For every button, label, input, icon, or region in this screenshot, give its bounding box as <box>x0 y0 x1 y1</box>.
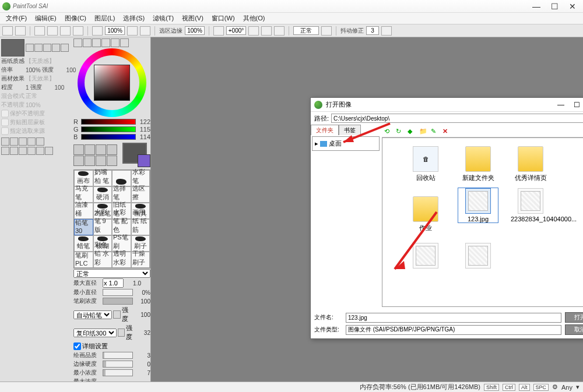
lb7[interactable] <box>10 147 18 155</box>
tb-rot-r-button[interactable] <box>248 26 259 36</box>
file-item-22382834_10404000...[interactable]: 22382834_10404000... <box>511 188 550 223</box>
lb11[interactable] <box>45 147 53 155</box>
paper2-select[interactable]: 复印纸300 <box>73 329 117 337</box>
mb5[interactable] <box>61 44 69 52</box>
file-item-img[interactable] <box>458 243 498 270</box>
effect-value[interactable]: 【无效果】 <box>26 75 55 83</box>
g-slider[interactable] <box>81 126 136 132</box>
minimize-button[interactable]: — <box>532 2 540 11</box>
lb1[interactable] <box>1 137 9 146</box>
brush-4-0[interactable]: 蜡笔 <box>74 235 93 252</box>
fg-bg-swatch[interactable] <box>122 143 147 164</box>
tool-8[interactable] <box>107 156 117 166</box>
mb1[interactable] <box>26 44 34 52</box>
tb-stab-button[interactable] <box>381 26 392 36</box>
mb4[interactable] <box>52 44 60 52</box>
dialog-maximize-button[interactable]: ☐ <box>574 101 580 109</box>
angle-input[interactable] <box>226 26 246 35</box>
brush-5-2[interactable]: 透明 水彩 <box>112 252 131 268</box>
forward-icon[interactable]: ↻ <box>396 128 404 136</box>
tb-zoom-fit-button[interactable] <box>140 26 150 36</box>
tb-sel4-button[interactable] <box>73 26 83 36</box>
mb3[interactable] <box>43 44 51 52</box>
file-item-回收站[interactable]: 🗑回收站 <box>406 146 445 182</box>
file-item-作业[interactable]: 作业 <box>406 196 445 232</box>
tool-2[interactable] <box>85 144 95 155</box>
file-item-新建文件夹[interactable]: 新建文件夹 <box>458 146 498 182</box>
lb6[interactable] <box>1 147 9 155</box>
dropdown-icon[interactable]: ▾ <box>576 383 580 391</box>
file-view[interactable]: 🗑回收站新建文件夹优秀详情页作业123.jpg22382834_10404000… <box>382 137 583 307</box>
zoom-input[interactable] <box>105 26 125 35</box>
tb-redo-button[interactable] <box>15 26 26 36</box>
tool-7[interactable] <box>96 156 106 166</box>
open-button[interactable]: 打开 <box>565 312 583 323</box>
tool-1[interactable] <box>73 144 84 155</box>
tool-6[interactable] <box>85 156 95 166</box>
dialog-minimize-button[interactable]: — <box>557 101 564 109</box>
lb2[interactable] <box>10 137 18 146</box>
tb-sel3-button[interactable] <box>60 26 71 36</box>
b-slider[interactable] <box>81 134 136 140</box>
stab-input[interactable] <box>366 26 379 35</box>
tool-4[interactable] <box>107 144 117 155</box>
folder-icon[interactable]: 📁 <box>419 128 427 136</box>
tool-5[interactable] <box>73 156 84 166</box>
maxdia-inp[interactable] <box>103 278 124 288</box>
tb-flip-button[interactable] <box>274 26 285 36</box>
tb-sel2-button[interactable] <box>47 26 58 36</box>
tb-sel1-button[interactable] <box>34 26 45 36</box>
brush-2-0[interactable]: 油漆桶 <box>74 203 93 219</box>
paper-value[interactable]: 【无质感】 <box>26 57 55 65</box>
brush-3-0[interactable]: 铅笔30 <box>74 219 93 235</box>
mb2[interactable] <box>34 44 43 52</box>
menu-file[interactable]: 文件(F) <box>2 13 30 24</box>
lb10[interactable] <box>36 147 44 155</box>
folder-tree[interactable]: ▸桌面 <box>312 136 380 151</box>
menu-view[interactable]: 视图(V) <box>178 13 207 24</box>
path-input[interactable] <box>331 114 583 123</box>
cw-ic6[interactable] <box>120 38 129 47</box>
brush-0-1[interactable]: 奶嘴柏 笔 <box>93 170 113 186</box>
menu-select[interactable]: 选择(S) <box>120 13 148 24</box>
tb-zoom-in-button[interactable] <box>127 26 138 36</box>
back-icon[interactable]: ⟲ <box>384 128 392 136</box>
edit-icon[interactable]: ✎ <box>431 128 439 136</box>
mode-input[interactable] <box>293 26 319 35</box>
maximize-button[interactable]: ☐ <box>551 2 559 11</box>
lb3[interactable] <box>19 137 27 146</box>
tree-node-desktop[interactable]: ▸桌面 <box>315 139 377 148</box>
cw-ic4[interactable] <box>101 38 110 47</box>
tab-bookmarks[interactable]: 书签 <box>339 125 361 135</box>
file-item-img[interactable] <box>406 243 445 270</box>
lb8[interactable] <box>19 147 27 155</box>
brush-1-1[interactable]: 硬消 <box>93 186 113 203</box>
tool-3[interactable] <box>96 144 106 155</box>
menu-edit[interactable]: 编辑(E) <box>31 13 60 24</box>
lb5[interactable] <box>36 137 44 146</box>
cancel-button[interactable]: 取消 <box>565 324 583 335</box>
menu-other[interactable]: 其他(O) <box>240 13 269 24</box>
cw-ic2[interactable] <box>83 38 92 47</box>
filename-input[interactable] <box>346 313 561 323</box>
blend2-select[interactable]: 正常 <box>73 269 150 278</box>
tb-undo-button[interactable] <box>2 26 13 36</box>
brush-5-0[interactable]: 笔刷 PLC <box>74 252 93 268</box>
r-slider[interactable] <box>81 119 136 125</box>
brush-3-1[interactable]: 水彩笔 9版 <box>93 219 113 235</box>
tab-folders[interactable]: 文件夹 <box>311 125 339 135</box>
lb4[interactable] <box>27 137 36 146</box>
brush-1-3[interactable]: 选区擦 <box>131 186 150 203</box>
menu-filter[interactable]: 滤镜(T) <box>149 13 177 24</box>
brush-5-3[interactable]: 干燥 刷子 <box>131 252 150 268</box>
tb-mode-button[interactable] <box>321 26 332 36</box>
auto-select[interactable]: 自动铅笔 <box>73 310 112 319</box>
cw-ic3[interactable] <box>92 38 101 47</box>
cw-ic1[interactable] <box>73 38 82 47</box>
menu-image[interactable]: 图像(C) <box>61 13 90 24</box>
tb-rot-reset-button[interactable] <box>261 26 272 36</box>
brush-5-1[interactable]: 彩色铅 水彩 <box>93 252 113 268</box>
pin-icon[interactable]: ◆ <box>408 128 416 136</box>
sel-edge-input[interactable] <box>185 26 205 35</box>
brush-3-3[interactable]: 画用纸 纸筋 <box>131 219 150 235</box>
